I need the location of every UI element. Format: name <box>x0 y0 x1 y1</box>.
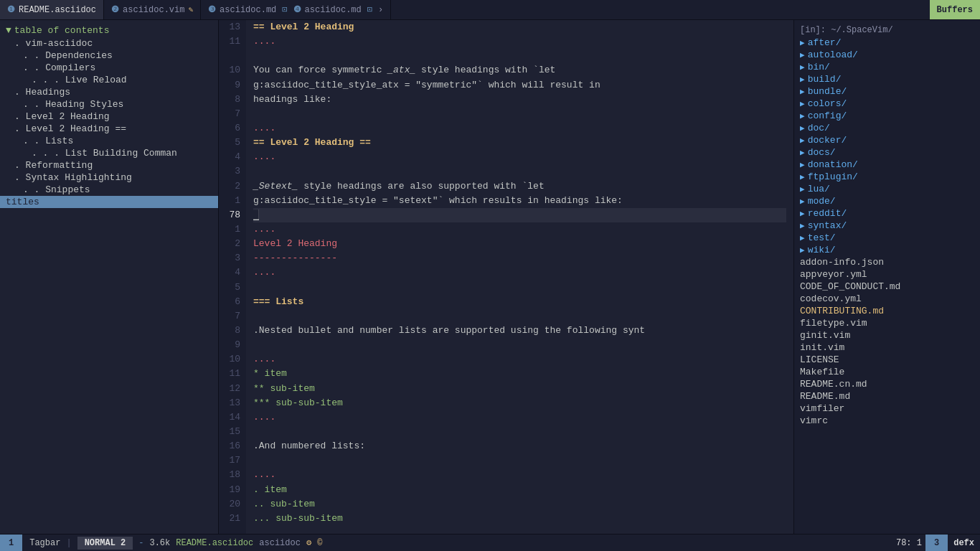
code-line-c14: .... <box>253 410 786 425</box>
file-item-license[interactable]: LICENSE <box>794 354 980 366</box>
status-left-panel: 1 <box>0 534 22 551</box>
file-tree-sidebar: [in]: ~/.SpaceVim/ ▶ after/ ▶ autoload/ … <box>793 20 980 534</box>
ln-8: 8 <box>219 93 240 107</box>
file-item-filetype[interactable]: filetype.vim <box>794 317 980 329</box>
sidebar-item-snippets[interactable]: . . Snippets <box>0 184 218 196</box>
dir-arrow-docker: ▶ <box>800 136 805 145</box>
code-line-78: █ <box>253 208 786 222</box>
file-label-autoload: autoload/ <box>808 50 858 60</box>
dir-arrow-lua: ▶ <box>800 184 805 194</box>
file-item-readme-md[interactable]: README.md <box>794 390 980 402</box>
file-label-makefile: Makefile <box>800 367 844 377</box>
file-item-ginit[interactable]: ginit.vim <box>794 329 980 342</box>
sidebar-item-titles[interactable]: titles <box>0 196 218 208</box>
file-item-readme-cn[interactable]: README.cn.md <box>794 378 980 390</box>
file-item-mode[interactable]: ▶ mode/ <box>794 195 980 207</box>
sidebar-item-headings[interactable]: . Headings <box>0 86 218 98</box>
sidebar-item-reformatting[interactable]: . Reformatting <box>0 159 218 171</box>
file-item-makefile[interactable]: Makefile <box>794 366 980 378</box>
sidebar-item-list-building[interactable]: . . . List Building Comman <box>0 147 218 159</box>
ln-c9: 9 <box>219 338 240 352</box>
file-item-donation[interactable]: ▶ donation/ <box>794 159 980 171</box>
file-item-docker[interactable]: ▶ docker/ <box>794 134 980 146</box>
line-numbers: 13 11 10 9 8 7 6 5 4 3 2 1 78 1 2 3 4 5 … <box>219 20 246 534</box>
ln-6: 6 <box>219 121 240 136</box>
file-item-test[interactable]: ▶ test/ <box>794 232 980 244</box>
file-item-doc[interactable]: ▶ doc/ <box>794 122 980 134</box>
code-line-5: g:asciidoc_title_style_atx = "symmetric"… <box>253 78 786 93</box>
file-item-docs[interactable]: ▶ docs/ <box>794 146 980 159</box>
status-defx-label: defx <box>948 538 980 548</box>
sidebar-item-heading-styles[interactable]: . . Heading Styles <box>0 98 218 110</box>
file-item-reddit[interactable]: ▶ reddit/ <box>794 207 980 220</box>
file-item-syntax[interactable]: ▶ syntax/ <box>794 220 980 232</box>
titles-label: titles <box>6 197 39 207</box>
tab-1-label: README.asciidoc <box>19 5 96 15</box>
status-left-num: 1 <box>9 538 14 548</box>
tab-1[interactable]: ❶ README.asciidoc <box>0 0 104 19</box>
tab-3[interactable]: ❸ asciidoc.md ⊡ ❹ asciidoc.md ⊡ › <box>201 0 391 19</box>
dir-arrow-doc: ▶ <box>800 123 805 133</box>
dir-arrow-mode: ▶ <box>800 197 805 206</box>
file-item-colors[interactable]: ▶ colors/ <box>794 98 980 110</box>
tab-arrow: › <box>378 5 383 15</box>
file-item-after[interactable]: ▶ after/ <box>794 37 980 49</box>
file-item-vimfiler[interactable]: vimfiler <box>794 402 980 415</box>
sidebar-item-live-reload[interactable]: . . . Live Reload <box>0 74 218 86</box>
file-tree-header: [in]: ~/.SpaceVim/ <box>794 24 980 37</box>
ln-c17: 17 <box>219 453 240 468</box>
file-label-syntax: syntax/ <box>808 220 847 231</box>
ln-5: 5 <box>219 136 240 150</box>
tab-2[interactable]: ❷ asciidoc.vim ✎ <box>104 0 201 19</box>
editor-area: 13 11 10 9 8 7 6 5 4 3 2 1 78 1 2 3 4 5 … <box>219 20 793 534</box>
sidebar-item-vim-asciidoc[interactable]: . vim-asciidoc <box>0 37 218 50</box>
file-item-lua[interactable]: ▶ lua/ <box>794 183 980 195</box>
code-line-c13: *** sub-sub-item <box>253 396 786 410</box>
file-item-bundle[interactable]: ▶ bundle/ <box>794 85 980 98</box>
code-line-c7 <box>253 309 786 324</box>
file-label-addon-info: addon-info.json <box>800 257 884 268</box>
sidebar-item-syntax-highlighting[interactable]: . Syntax Highlighting <box>0 171 218 184</box>
code-line-7 <box>253 107 786 121</box>
code-line-1: == Level 2 Heading <box>253 20 786 34</box>
tab-2-modified-icon: ✎ <box>188 5 193 14</box>
dir-arrow-donation: ▶ <box>800 160 805 169</box>
editor-content[interactable]: 13 11 10 9 8 7 6 5 4 3 2 1 78 1 2 3 4 5 … <box>219 20 793 534</box>
file-item-bin[interactable]: ▶ bin/ <box>794 61 980 73</box>
status-tagbar-label: Tagbar <box>29 538 60 548</box>
dir-arrow-bundle: ▶ <box>800 87 805 96</box>
file-label-license: LICENSE <box>800 354 839 365</box>
status-divider: | <box>66 538 71 548</box>
file-item-contributing[interactable]: CONTRIBUTING.md <box>794 305 980 317</box>
file-item-ftplugin[interactable]: ▶ ftplugin/ <box>794 171 980 183</box>
status-gear-icon: ⚙ <box>306 537 311 548</box>
tab-bar: ❶ README.asciidoc ❷ asciidoc.vim ✎ ❸ asc… <box>0 0 980 20</box>
sidebar-item-level2[interactable]: . Level 2 Heading <box>0 110 218 123</box>
ln-c8: 8 <box>219 324 240 338</box>
sidebar-item-compilers[interactable]: . . Compilers <box>0 62 218 74</box>
file-label-wiki: wiki/ <box>808 245 836 255</box>
buffers-button[interactable]: Buffers <box>930 0 980 19</box>
ln-11: 11 <box>219 34 240 49</box>
file-item-wiki[interactable]: ▶ wiki/ <box>794 244 980 256</box>
file-item-code-of-conduct[interactable]: CODE_OF_CONDUCT.md <box>794 281 980 293</box>
ln-c4: 4 <box>219 265 240 280</box>
ln-c10: 10 <box>219 352 240 367</box>
file-item-build[interactable]: ▶ build/ <box>794 73 980 85</box>
code-line-c8: .Nested bullet and number lists are supp… <box>253 324 786 338</box>
sidebar-item-level2-eq[interactable]: . Level 2 Heading == <box>0 123 218 135</box>
dir-arrow-syntax: ▶ <box>800 221 805 230</box>
file-item-addon-info[interactable]: addon-info.json <box>794 256 980 268</box>
sidebar-item-lists[interactable]: . . Lists <box>0 135 218 147</box>
file-item-config[interactable]: ▶ config/ <box>794 110 980 122</box>
tab-4-number: ❹ <box>293 4 301 15</box>
file-label-donation: donation/ <box>808 159 858 170</box>
file-item-codecov[interactable]: codecov.yml <box>794 293 980 305</box>
file-item-vimrc[interactable]: vimrc <box>794 415 980 427</box>
code-line-c15 <box>253 425 786 439</box>
file-item-appveyor[interactable]: appveyor.yml <box>794 268 980 281</box>
file-item-autoload[interactable]: ▶ autoload/ <box>794 49 980 61</box>
file-label-codecov: codecov.yml <box>800 293 862 304</box>
sidebar-item-dependencies[interactable]: . . Dependencies <box>0 50 218 62</box>
file-item-init[interactable]: init.vim <box>794 342 980 354</box>
